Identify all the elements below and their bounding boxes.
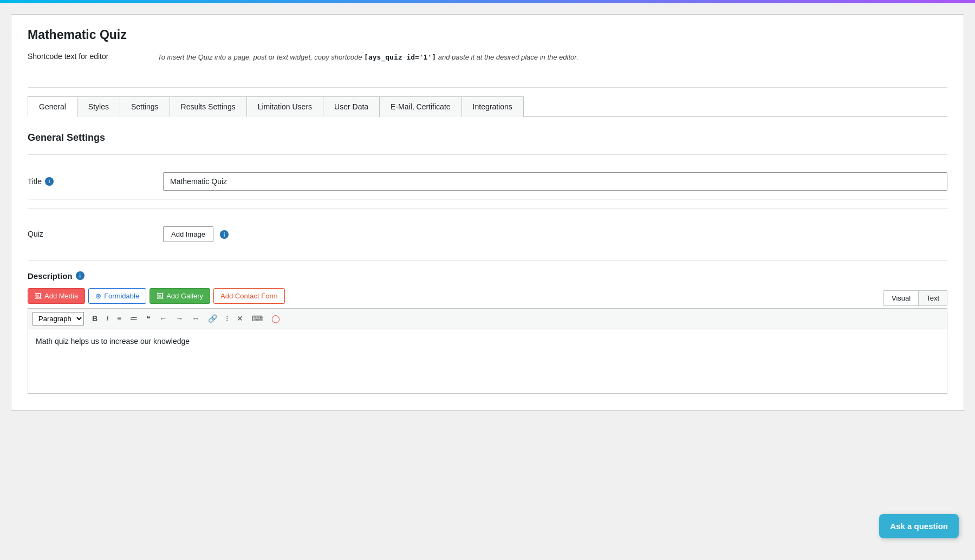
tab-limitation-users[interactable]: Limitation Users	[246, 96, 323, 117]
formidable-icon: ⊛	[95, 292, 101, 300]
editor-toolbar: Paragraph B I ≡ ≔ ❝ ← → ↔ 🔗 ⁝ ✕ ⌨ ◯	[28, 308, 947, 329]
italic-button[interactable]: I	[102, 312, 112, 324]
general-settings-title: General Settings	[28, 132, 947, 144]
quiz-info-icon[interactable]: i	[220, 230, 229, 239]
quiz-row: Quiz Add Image i	[28, 218, 947, 251]
shortcode-label: Shortcode text for editor	[28, 52, 136, 61]
fullscreen-button[interactable]: ✕	[233, 312, 247, 324]
title-input[interactable]	[163, 172, 947, 191]
bold-button[interactable]: B	[88, 312, 101, 324]
shortcode-description: To insert the Quiz into a page, post or …	[158, 52, 578, 63]
unordered-list-button[interactable]: ≡	[113, 312, 125, 324]
quiz-label: Quiz	[28, 230, 152, 238]
align-right-button[interactable]: ↔	[188, 312, 203, 324]
blockquote-button[interactable]: ❝	[142, 312, 154, 324]
align-left-button[interactable]: ←	[155, 312, 171, 324]
visual-tab[interactable]: Visual	[883, 290, 918, 306]
add-image-button[interactable]: Add Image	[163, 226, 213, 242]
align-center-button[interactable]: →	[172, 312, 187, 324]
tab-results-settings[interactable]: Results Settings	[170, 96, 247, 117]
link-button[interactable]: 🔗	[204, 312, 221, 324]
add-gallery-icon: 🖼	[157, 292, 164, 300]
paragraph-select[interactable]: Paragraph	[32, 312, 84, 325]
title-label: Title i	[28, 177, 152, 186]
ask-question-button[interactable]: Ask a question	[879, 514, 959, 538]
tab-email-certificate[interactable]: E-Mail, Certificate	[379, 96, 461, 117]
add-gallery-button[interactable]: 🖼 Add Gallery	[150, 288, 210, 304]
section-divider	[28, 87, 947, 88]
tab-styles[interactable]: Styles	[77, 96, 120, 117]
add-media-button[interactable]: 🖼 Add Media	[28, 288, 85, 304]
media-buttons: 🖼 Add Media ⊛ Formidable 🖼 Add Gallery A…	[28, 288, 285, 304]
editor-body[interactable]: Math quiz helps us to increase our knowl…	[28, 329, 947, 394]
add-media-icon: 🖼	[35, 292, 42, 300]
description-section: Description i 🖼 Add Media ⊛ Formidable 🖼	[28, 271, 947, 394]
editor-view-tabs: Visual Text	[883, 290, 947, 306]
quiz-image-wrap: Add Image i	[163, 226, 947, 242]
tab-integrations[interactable]: Integrations	[461, 96, 524, 117]
ordered-list-button[interactable]: ≔	[126, 312, 141, 324]
tab-user-data[interactable]: User Data	[323, 96, 380, 117]
description-info-icon[interactable]: i	[76, 271, 84, 280]
page-title: Mathematic Quiz	[28, 28, 947, 42]
title-row: Title i	[28, 164, 947, 200]
more-button[interactable]: ⁝	[222, 312, 232, 324]
settings-divider	[28, 154, 947, 155]
formidable-button[interactable]: ⊛ Formidable	[88, 288, 146, 304]
description-title: Description i	[28, 271, 947, 281]
add-contact-form-button[interactable]: Add Contact Form	[213, 288, 285, 304]
tab-general[interactable]: General	[28, 96, 77, 117]
keyboard-button[interactable]: ⌨	[248, 312, 266, 324]
title-info-icon[interactable]: i	[45, 177, 54, 186]
title-divider	[28, 209, 947, 209]
text-tab[interactable]: Text	[918, 290, 947, 306]
media-toolbar-row: 🖼 Add Media ⊛ Formidable 🖼 Add Gallery A…	[28, 288, 947, 308]
special-char-button[interactable]: ◯	[268, 312, 284, 324]
quiz-divider	[28, 260, 947, 261]
top-progress-bar	[0, 0, 975, 3]
tabs-row: General Styles Settings Results Settings…	[28, 96, 947, 117]
title-input-wrap	[163, 172, 947, 191]
tab-settings[interactable]: Settings	[120, 96, 170, 117]
